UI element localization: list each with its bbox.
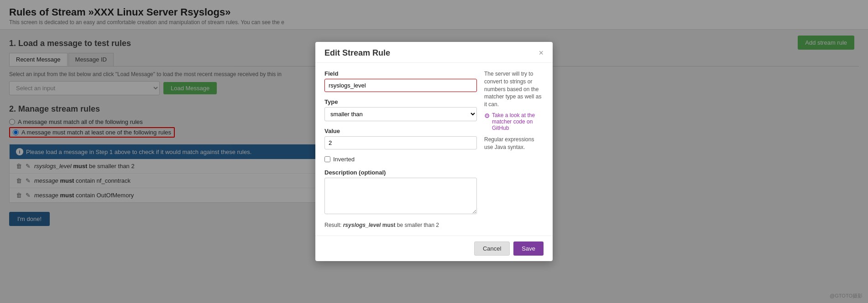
github-link[interactable]: ⚙ Take a look at the matcher code on Git… — [484, 112, 544, 131]
modal-body: Field Type smaller than greater than equ… — [315, 63, 553, 236]
inverted-checkbox[interactable] — [324, 156, 330, 162]
field-input[interactable] — [324, 79, 477, 92]
inverted-label: Inverted — [333, 156, 355, 163]
description-group: Description (optional) — [324, 169, 477, 216]
field-label: Field — [324, 70, 477, 77]
save-button[interactable]: Save — [513, 241, 544, 256]
description-label: Description (optional) — [324, 169, 477, 176]
modal-header: Edit Stream Rule × — [315, 42, 553, 63]
value-label: Value — [324, 128, 477, 134]
info-convert-text: The server will try to convert to string… — [484, 70, 544, 108]
value-input[interactable] — [324, 136, 477, 149]
cancel-button[interactable]: Cancel — [474, 241, 510, 256]
github-link-text[interactable]: Take a look at the matcher code on GitHu… — [492, 112, 544, 131]
modal-form: Field Type smaller than greater than equ… — [324, 70, 477, 228]
modal-overlay: Edit Stream Rule × Field Type sm — [0, 0, 868, 303]
result-text: Result: rsyslogs_level must be smaller t… — [324, 222, 477, 228]
type-label: Type — [324, 98, 477, 105]
regex-text: Regular expressions use Java syntax. — [484, 136, 544, 151]
field-group: Field — [324, 70, 477, 92]
value-group: Value — [324, 128, 477, 149]
modal-close-button[interactable]: × — [539, 48, 544, 58]
inverted-row: Inverted — [324, 156, 477, 163]
modal: Edit Stream Rule × Field Type sm — [315, 42, 553, 261]
description-textarea[interactable] — [324, 178, 477, 214]
type-select[interactable]: smaller than greater than equal to conta… — [324, 107, 477, 121]
page: Rules of Stream »XXX Linux Server Rsyslo… — [0, 0, 868, 303]
github-icon: ⚙ — [484, 112, 490, 119]
modal-info-panel: The server will try to convert to string… — [484, 70, 544, 228]
modal-title: Edit Stream Rule — [324, 48, 390, 58]
modal-footer: Cancel Save — [315, 236, 553, 261]
type-group: Type smaller than greater than equal to … — [324, 98, 477, 121]
